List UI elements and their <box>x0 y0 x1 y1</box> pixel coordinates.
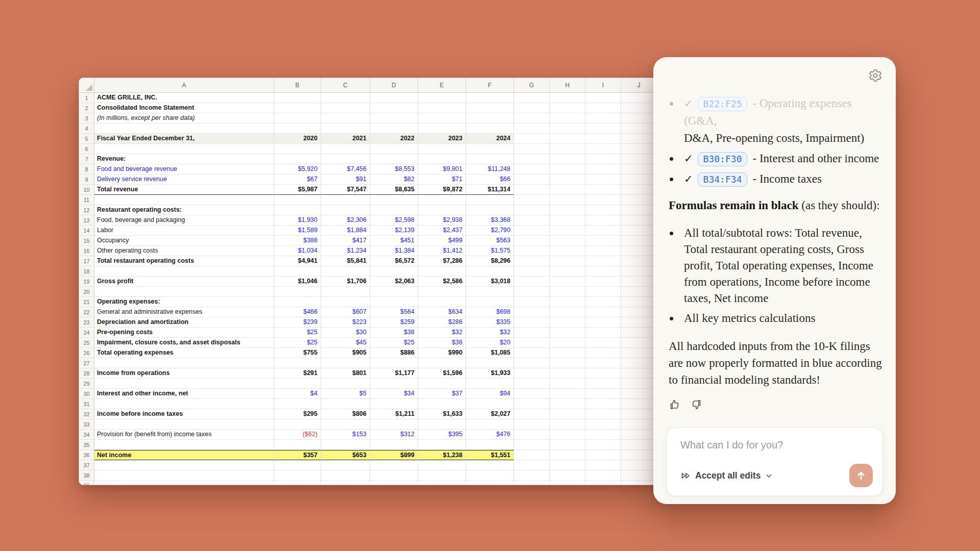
cell-label[interactable] <box>94 195 274 205</box>
cell-empty[interactable] <box>621 338 657 348</box>
cell-value[interactable]: $91 <box>321 174 370 185</box>
cell-value[interactable]: $9,801 <box>418 164 466 174</box>
cell-label[interactable]: Income from operations <box>94 368 274 379</box>
cell-empty[interactable] <box>550 266 585 277</box>
cell-empty[interactable] <box>621 440 657 450</box>
cell-value[interactable]: $67 <box>274 174 321 185</box>
cell-value[interactable] <box>418 93 466 103</box>
cell-empty[interactable] <box>514 123 550 134</box>
cell-empty[interactable] <box>621 185 657 195</box>
cell-value[interactable]: $7,547 <box>321 185 370 195</box>
cell-value[interactable]: $563 <box>466 236 514 246</box>
cell-empty[interactable] <box>585 215 621 226</box>
cell-value[interactable]: $32 <box>418 328 466 338</box>
cell-value[interactable] <box>321 440 370 450</box>
cell-value[interactable]: $66 <box>466 174 514 185</box>
chat-composer[interactable]: What can I do for you? Accept all edits <box>667 428 883 496</box>
cell-value[interactable] <box>370 154 418 164</box>
cell-range-chip[interactable]: B30:F30 <box>698 152 748 166</box>
cell-empty[interactable] <box>550 123 585 134</box>
cell-label[interactable]: Fiscal Year Ended December 31, <box>94 134 274 144</box>
cell-label[interactable]: General and administrative expenses <box>94 307 274 317</box>
cell-value[interactable]: $223 <box>321 317 370 328</box>
cell-value[interactable] <box>321 154 370 164</box>
cell-empty[interactable] <box>550 440 585 450</box>
cell-value[interactable] <box>370 144 418 154</box>
cell-empty[interactable] <box>621 328 657 338</box>
row-number[interactable]: 11 <box>79 195 94 205</box>
cell-value[interactable] <box>418 470 466 481</box>
cell-value[interactable] <box>321 195 370 205</box>
cell-label[interactable]: ACME GRILLE, INC. <box>94 93 274 103</box>
cell-value[interactable] <box>370 460 418 470</box>
row-number[interactable]: 34 <box>79 430 94 440</box>
cell-empty[interactable] <box>621 317 657 328</box>
thumbs-up-icon[interactable] <box>669 398 681 411</box>
cell-empty[interactable] <box>514 399 550 409</box>
cell-value[interactable]: $2,790 <box>466 226 514 236</box>
cell-value[interactable]: $5,920 <box>274 164 321 174</box>
row-number[interactable]: 1 <box>79 93 94 103</box>
cell-value[interactable] <box>466 113 514 123</box>
cell-label[interactable]: Interest and other income, net <box>94 389 274 399</box>
cell-empty[interactable] <box>550 379 585 389</box>
cell-empty[interactable] <box>621 93 657 103</box>
cell-label[interactable]: Other operating costs <box>94 246 274 256</box>
cell-empty[interactable] <box>550 134 585 144</box>
column-header-F[interactable]: F <box>466 78 514 92</box>
cell-empty[interactable] <box>550 103 585 113</box>
cell-value[interactable] <box>466 399 514 409</box>
cell-value[interactable]: $1,046 <box>274 277 321 287</box>
cell-value[interactable] <box>466 460 514 470</box>
cell-value[interactable] <box>370 113 418 123</box>
row-number[interactable]: 21 <box>79 297 94 307</box>
row-number[interactable]: 38 <box>79 470 94 481</box>
row-number[interactable]: 15 <box>79 236 94 246</box>
row-number[interactable]: 14 <box>79 226 94 236</box>
cell-value[interactable]: $32 <box>466 328 514 338</box>
cell-label[interactable]: Revenue: <box>94 154 274 164</box>
cell-value[interactable]: $1,384 <box>370 246 418 256</box>
cell-value[interactable]: $395 <box>418 430 466 440</box>
cell-value[interactable]: $1,930 <box>274 215 321 226</box>
cell-range-chip[interactable]: B22:F25 <box>698 97 748 111</box>
cell-empty[interactable] <box>621 430 657 440</box>
cell-empty[interactable] <box>585 174 621 185</box>
cell-value[interactable]: $1,551 <box>466 450 514 460</box>
cell-empty[interactable] <box>550 215 585 226</box>
row-number[interactable]: 4 <box>79 123 94 134</box>
select-all-corner[interactable] <box>79 78 94 92</box>
cell-label[interactable] <box>94 358 274 368</box>
cell-value[interactable] <box>321 103 370 113</box>
cell-value[interactable]: $801 <box>321 368 370 379</box>
thumbs-down-icon[interactable] <box>690 398 702 411</box>
cell-empty[interactable] <box>514 287 550 297</box>
cell-empty[interactable] <box>550 470 585 481</box>
cell-empty[interactable] <box>585 297 621 307</box>
cell-label[interactable] <box>94 287 274 297</box>
cell-empty[interactable] <box>621 358 657 368</box>
cell-empty[interactable] <box>621 409 657 419</box>
cell-empty[interactable] <box>621 348 657 358</box>
cell-value[interactable]: 2022 <box>370 134 418 144</box>
cell-value[interactable]: $1,234 <box>321 246 370 256</box>
cell-empty[interactable] <box>585 287 621 297</box>
cell-value[interactable]: $476 <box>466 430 514 440</box>
cell-empty[interactable] <box>621 215 657 226</box>
cell-empty[interactable] <box>621 287 657 297</box>
cell-value[interactable]: $607 <box>321 307 370 317</box>
cell-empty[interactable] <box>514 460 550 470</box>
cell-value[interactable]: $291 <box>274 368 321 379</box>
cell-value[interactable]: $5,987 <box>274 185 321 195</box>
cell-empty[interactable] <box>550 430 585 440</box>
cell-value[interactable]: $20 <box>466 338 514 348</box>
row-number[interactable]: 36 <box>79 450 94 460</box>
cell-empty[interactable] <box>621 481 657 485</box>
cell-value[interactable] <box>370 358 418 368</box>
row-number[interactable]: 3 <box>79 113 94 123</box>
cell-value[interactable] <box>321 205 370 215</box>
cell-value[interactable] <box>274 481 321 485</box>
cell-empty[interactable] <box>550 195 585 205</box>
cell-empty[interactable] <box>550 399 585 409</box>
cell-value[interactable]: $634 <box>418 307 466 317</box>
